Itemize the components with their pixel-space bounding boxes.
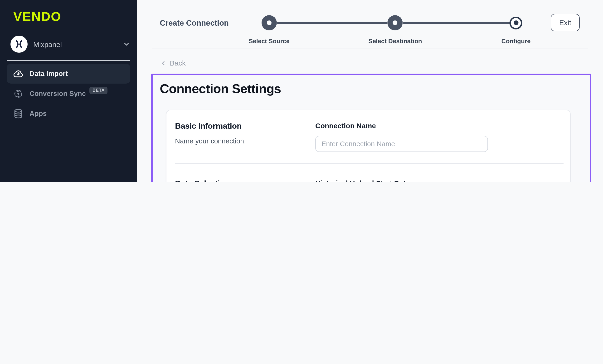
- sidebar-item-apps[interactable]: Apps: [7, 103, 130, 123]
- step-dot-icon: [510, 16, 522, 29]
- basic-information-section: Basic Information Name your connection. …: [175, 110, 564, 163]
- sidebar-item-label: Conversion Sync: [29, 90, 86, 97]
- step-dot-icon: [388, 15, 403, 30]
- sidebar-item-label: Apps: [29, 110, 47, 117]
- step-select-destination: Select Destination: [368, 15, 422, 45]
- step-configure: Configure: [501, 15, 531, 45]
- database-icon: [13, 108, 24, 119]
- workspace-switcher[interactable]: Mixpanel: [11, 36, 130, 53]
- settings-card: Basic Information Name your connection. …: [166, 110, 571, 182]
- sidebar-item-conversion-sync[interactable]: Conversion Sync BETA: [7, 84, 130, 103]
- step-dot-icon: [262, 15, 277, 30]
- beta-badge: BETA: [90, 87, 108, 94]
- page-title: Connection Settings: [160, 82, 580, 96]
- exit-button[interactable]: Exit: [551, 14, 580, 31]
- header-divider: [152, 48, 588, 48]
- back-link[interactable]: Back: [160, 59, 186, 67]
- date-selection-section: Date Selection Select a date for histori…: [175, 164, 564, 182]
- sidebar-item-label: Data Import: [29, 70, 68, 77]
- sidebar-nav: Data Import Conversion Sync BETA: [7, 64, 130, 123]
- connection-settings-panel: Connection Settings Basic Information Na…: [151, 74, 591, 182]
- workspace-name: Mixpanel: [33, 40, 123, 48]
- connection-name-input[interactable]: [315, 136, 488, 152]
- sidebar-divider-top: [7, 60, 130, 61]
- wizard-title: Create Connection: [160, 19, 229, 28]
- main-content: Create Connection Select Source Select D…: [137, 0, 603, 182]
- section-title: Date Selection: [175, 179, 315, 182]
- vendo-logo: VENDO: [13, 10, 137, 24]
- step-label: Configure: [501, 37, 531, 45]
- chevron-left-icon: [160, 60, 167, 66]
- sidebar: VENDO Mixpanel: [0, 0, 137, 182]
- app-window: VENDO Mixpanel: [0, 0, 603, 182]
- sidebar-spacer: [0, 123, 137, 182]
- mixpanel-logo-icon: [11, 36, 28, 53]
- section-description: Name your connection.: [175, 137, 315, 145]
- connection-name-label: Connection Name: [315, 121, 564, 130]
- step-select-source: Select Source: [249, 15, 290, 45]
- sidebar-item-data-import[interactable]: Data Import: [7, 64, 130, 84]
- historical-upload-start-date-label: Historical Upload Start Date: [315, 179, 564, 182]
- cloud-download-icon: [13, 68, 24, 79]
- step-label: Select Source: [249, 37, 290, 45]
- step-label: Select Destination: [368, 37, 422, 45]
- back-label: Back: [170, 59, 186, 67]
- wizard-header: Create Connection Select Source Select D…: [137, 0, 603, 48]
- sync-icon: [13, 88, 24, 99]
- chevron-down-icon: [123, 40, 130, 48]
- section-title: Basic Information: [175, 121, 315, 131]
